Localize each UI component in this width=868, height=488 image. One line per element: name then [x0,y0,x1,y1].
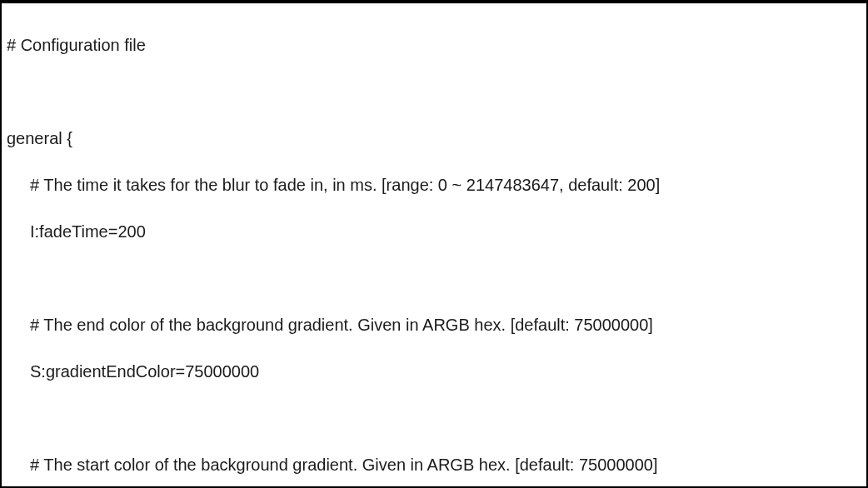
blank-line [7,266,860,290]
fade-time-comment: # The time it takes for the blur to fade… [7,173,860,197]
config-file-editor[interactable]: # Configuration file general { # The tim… [7,10,860,488]
fade-time-assignment: I:fadeTime=200 [7,220,860,243]
gradient-start-comment: # The start color of the background grad… [7,453,860,476]
section-open: general { [7,127,860,150]
gradient-end-assignment: S:gradientEndColor=75000000 [7,360,860,383]
blank-line [7,80,860,103]
gradient-end-comment: # The end color of the background gradie… [7,313,860,336]
blank-line [7,406,860,430]
header-comment: # Configuration file [7,33,860,57]
